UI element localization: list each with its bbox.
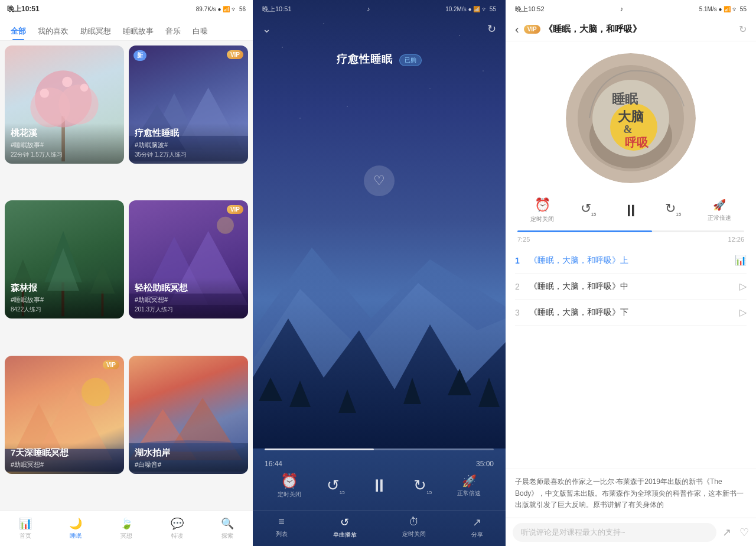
speed-icon: 🚀 [462,474,477,488]
tab-meditation[interactable]: 助眠冥想 [74,22,117,40]
comment-input[interactable]: 听说评论是对课程最大的支持~ [513,523,716,542]
detail-status-bar: 晚上10:52 ♪ 5.1M/s ● 📶 ᯤ 55 [506,0,756,18]
player-stats: 10.2M/s ● 📶 ᯤ 55 [445,6,496,12]
detail-refresh-icon[interactable]: ↻ [739,24,747,35]
card-4-badge-vip: VIP [227,205,243,214]
card-4-meta: 201.3万人练习 [135,306,242,314]
bottom-nav: 📊 首页 🌙 睡眠 🍃 冥想 💬 特读 🔍 探索 [0,511,253,546]
speed-button[interactable]: 🚀 正常倍速 [457,474,481,498]
detail-rewind-icon: ↺15 [581,201,597,217]
mountain-scene: ♡ [253,66,506,448]
card-2-badge-new: 新 [133,50,146,61]
nav-meditation[interactable]: 🍃 冥想 [101,517,152,540]
pause-button[interactable]: ⏸ [370,476,388,496]
progress-bar-container[interactable] [265,448,494,450]
track-play-icon-3: ▷ [739,307,747,318]
tab-music[interactable]: 音乐 [159,22,187,40]
detail-pause-ctrl[interactable]: ⏸ [623,201,639,220]
detail-rewind-ctrl[interactable]: ↺15 [581,201,597,219]
nav-sleep-icon: 🌙 [69,517,82,530]
player-status-bar: 晚上10:51 ♪ 10.2M/s ● 📶 ᯤ 55 [253,0,506,18]
card-grid: 桃花溪 #睡眠故事# 22分钟 1.5万人练习 新 VIP 疗愈性睡眠 #助眠脑… [0,41,253,511]
track-playing-icon-1: 📊 [735,255,747,266]
card-1[interactable]: 桃花溪 #睡眠故事# 22分钟 1.5万人练习 [5,46,124,164]
track-name-3: 《睡眠，大脑，和呼吸》下 [529,307,739,318]
comment-share-btn[interactable]: ↗ [722,526,731,539]
nav-home-icon: 📊 [19,517,32,530]
track-item-3[interactable]: 3 《睡眠，大脑，和呼吸》下 ▷ [515,300,747,326]
mountain-svg [253,212,506,448]
card-3[interactable]: 森林报 #睡眠故事# 8422人练习 [5,200,124,318]
status-icons-browse: 89.7K/s ● 📶 ᯤ 56 [196,6,246,12]
svg-text:&: & [624,124,633,135]
detail-time-total: 12:26 [728,236,744,243]
pf-timer-icon: ⏱ [409,516,419,528]
nav-home[interactable]: 📊 首页 [0,517,51,540]
card-3-meta: 8422人练习 [11,306,118,314]
heart-icon: ♡ [373,173,385,188]
track-num-2: 2 [515,282,529,291]
track-item-1[interactable]: 1 《睡眠，大脑，和呼吸》上 📊 [515,248,747,274]
collapse-icon[interactable]: ⌄ [262,22,271,35]
card-2-badge-vip: VIP [227,50,243,59]
player-title-area: 疗愈性睡眠 已购 [253,40,506,66]
refresh-icon[interactable]: ↻ [487,22,496,35]
pf-tab-timer[interactable]: ⏱ 定时关闭 [402,516,426,539]
tab-all[interactable]: 全部 [5,22,32,40]
card-3-title: 森林报 [11,282,118,294]
detail-forward-ctrl[interactable]: ↻15 [665,201,681,219]
card-6-tag: #白噪音# [135,460,242,469]
pf-tab-share[interactable]: ↗ 分享 [471,516,483,539]
pf-tab-single[interactable]: ↺ 单曲播放 [333,516,357,539]
card-4[interactable]: VIP 轻松助眠冥想 #助眠冥想# 201.3万人练习 [129,200,248,318]
tab-stories[interactable]: 睡眠故事 [117,22,159,40]
comment-like-btn[interactable]: ♡ [739,526,749,539]
card-5-tag: #助眠冥想# [11,460,118,469]
card-4-content: 轻松助眠冥想 #助眠冥想# 201.3万人练习 [129,278,248,318]
share-label: 分享 [471,531,483,539]
tab-favorites[interactable]: 我的喜欢 [32,22,74,40]
card-2-tag: #助眠脑波# [135,141,242,150]
player-bottom: 16:44 35:00 ⏰ 定时关闭 ↺15 ⏸ ↻15 🚀 正常倍速 [253,448,506,511]
detail-progress-fill [517,230,652,232]
timer-close-button[interactable]: ⏰ 定时关闭 [278,473,301,499]
card-2[interactable]: 新 VIP 疗愈性睡眠 #助眠脑波# 35分钟 1.2万人练习 [129,46,248,164]
tab-white-noise[interactable]: 白噪 [187,22,214,40]
back-button[interactable]: ‹ [515,22,519,36]
nav-explore[interactable]: 🔍 探索 [202,517,253,540]
detail-speed-label: 正常倍速 [708,214,731,222]
card-1-title: 桃花溪 [11,128,118,139]
track-name-1: 《睡眠，大脑，和呼吸》上 [529,255,735,266]
card-6-content: 湖水拍岸 #白噪音# [129,443,248,474]
detail-header-title: 《睡眠，大脑，和呼吸》 [544,24,739,35]
forward-button[interactable]: ↻15 [413,476,432,495]
pf-tab-list[interactable]: ≡ 列表 [276,516,288,539]
card-5[interactable]: VIP 7天深睡眠冥想 #助眠冥想# [5,356,124,474]
detail-stats: 5.1M/s ● 📶 ᯤ 55 [699,6,747,12]
heart-button[interactable]: ♡ [364,165,395,196]
detail-music-icon: ♪ [620,5,624,12]
nav-explore-label: 探索 [221,532,233,540]
detail-progress-bar[interactable] [517,230,744,232]
progress-current: 16:44 [265,460,282,468]
single-play-label: 单曲播放 [333,531,357,539]
player-album-title: 疗愈性睡眠 [337,53,393,65]
card-5-title: 7天深睡眠冥想 [11,447,118,459]
detail-speed-ctrl[interactable]: 🚀 正常倍速 [708,199,731,222]
nav-read[interactable]: 💬 特读 [152,517,203,540]
svg-text:呼吸: 呼吸 [625,136,649,149]
tab-bar: 全部 我的喜欢 助眠冥想 睡眠故事 音乐 白噪 [0,18,253,41]
tab-row: 全部 我的喜欢 助眠冥想 睡眠故事 音乐 白噪 [0,22,253,40]
detail-controls: ⏰ 定时关闭 ↺15 ⏸ ↻15 🚀 正常倍速 [506,193,756,228]
status-stats-browse: 89.7K/s ● 📶 ᯤ 56 [196,6,246,12]
detail-timer-label: 定时关闭 [530,215,554,223]
nav-sleep[interactable]: 🌙 睡眠 [51,517,102,540]
nav-home-label: 首页 [19,532,31,540]
status-bar-browse: 晚上10:51 89.7K/s ● 📶 ᯤ 56 [0,0,253,18]
detail-timer-ctrl[interactable]: ⏰ 定时关闭 [530,197,554,223]
card-5-content: 7天深睡眠冥想 #助眠冥想# [5,443,124,474]
rewind-button[interactable]: ↺15 [327,476,345,495]
card-6[interactable]: 湖水拍岸 #白噪音# [129,356,248,474]
detail-pause-icon: ⏸ [623,201,639,220]
track-item-2[interactable]: 2 《睡眠，大脑，和呼吸》中 ▷ [515,274,747,300]
